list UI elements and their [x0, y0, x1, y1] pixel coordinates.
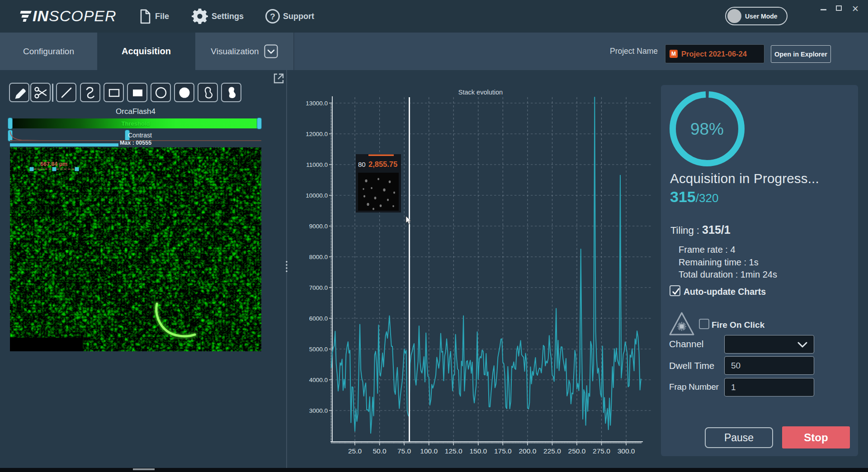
- svg-text:13000.0: 13000.0: [306, 100, 328, 107]
- svg-text:Stack evolution: Stack evolution: [458, 89, 503, 96]
- svg-text:10000.0: 10000.0: [306, 192, 328, 199]
- svg-text:300.0: 300.0: [618, 447, 635, 455]
- svg-text:175.0: 175.0: [494, 447, 512, 455]
- svg-text:9000.0: 9000.0: [309, 223, 328, 230]
- svg-text:6000.0: 6000.0: [309, 315, 328, 322]
- svg-text:8000.0: 8000.0: [309, 254, 328, 260]
- svg-text:2,855.75: 2,855.75: [368, 160, 397, 168]
- svg-text:12000.0: 12000.0: [306, 131, 328, 137]
- svg-text:150.0: 150.0: [469, 447, 487, 455]
- svg-text:80: 80: [358, 160, 366, 168]
- svg-text:5000.0: 5000.0: [309, 346, 328, 353]
- svg-text:250.0: 250.0: [568, 447, 586, 455]
- svg-text:3000.0: 3000.0: [309, 407, 328, 414]
- svg-text:11000.0: 11000.0: [306, 161, 328, 168]
- svg-text:125.0: 125.0: [445, 447, 462, 455]
- svg-text:50.0: 50.0: [373, 447, 387, 455]
- svg-text:98%: 98%: [690, 120, 724, 138]
- svg-text:275.0: 275.0: [593, 447, 610, 455]
- svg-text:7000.0: 7000.0: [309, 284, 328, 291]
- svg-text:25.0: 25.0: [348, 447, 362, 455]
- svg-text:667.84 µm: 667.84 µm: [40, 161, 67, 167]
- svg-text:100.0: 100.0: [420, 447, 438, 455]
- svg-text:225.0: 225.0: [543, 447, 561, 455]
- svg-text:75.0: 75.0: [397, 447, 411, 455]
- svg-text:4000.0: 4000.0: [309, 377, 328, 383]
- svg-text:200.0: 200.0: [519, 447, 537, 455]
